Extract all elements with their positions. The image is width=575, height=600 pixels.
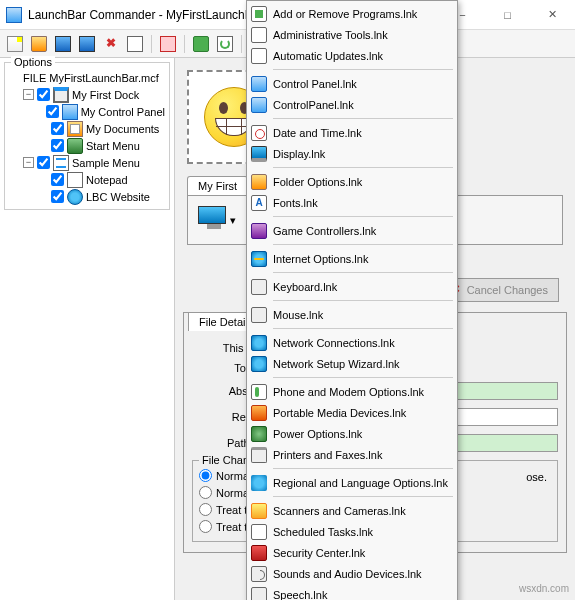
sched-icon (251, 524, 267, 540)
panel-icon (62, 104, 78, 120)
menu-item-label: Regional and Language Options.lnk (273, 477, 448, 489)
toolbar-run-button[interactable] (190, 33, 212, 55)
menu-item-label: Scanners and Cameras.lnk (273, 505, 406, 517)
pwr-icon (251, 426, 267, 442)
cancel-label: Cancel Changes (467, 284, 548, 296)
menu-item[interactable]: Regional and Language Options.lnk (249, 472, 455, 493)
docs-icon (67, 121, 83, 137)
tree-checkbox[interactable] (51, 173, 64, 186)
tree-root[interactable]: FILE MyFirstLaunchBar.mcf (9, 69, 165, 86)
menu-item-label: Network Connections.lnk (273, 337, 395, 349)
tree-checkbox[interactable] (51, 122, 64, 135)
close-button[interactable]: ✕ (530, 0, 575, 30)
menu-item[interactable]: Speech.lnk (249, 584, 455, 600)
menu-item[interactable]: Scanners and Cameras.lnk (249, 500, 455, 521)
tree-checkbox[interactable] (37, 156, 50, 169)
menu-item[interactable]: Control Panel.lnk (249, 73, 455, 94)
menu-item[interactable]: Mouse.lnk (249, 304, 455, 325)
open-icon (31, 36, 47, 52)
toolbar-sep (184, 35, 185, 53)
toolbar-new-button[interactable] (4, 33, 26, 55)
menu-item[interactable]: Network Connections.lnk (249, 332, 455, 353)
menu-separator (273, 496, 453, 497)
tree-checkbox[interactable] (37, 88, 50, 101)
menu-item-label: Power Options.lnk (273, 428, 362, 440)
tree-node-website[interactable]: LBC Website (9, 188, 165, 205)
toolbar-sep (241, 35, 242, 53)
monitor-dropdown[interactable] (198, 206, 230, 234)
tree-node-startmenu[interactable]: Start Menu (9, 137, 165, 154)
menu-item[interactable]: Date and Time.lnk (249, 122, 455, 143)
radio-input[interactable] (199, 469, 212, 482)
menu-item[interactable]: Power Options.lnk (249, 423, 455, 444)
toolbar-delete-button[interactable]: ✖ (100, 33, 122, 55)
menu-item[interactable]: Add or Remove Programs.lnk (249, 3, 455, 24)
menu-item[interactable]: Automatic Updates.lnk (249, 45, 455, 66)
context-menu[interactable]: Add or Remove Programs.lnkAdministrative… (246, 0, 458, 600)
menu-item[interactable]: Administrative Tools.lnk (249, 24, 455, 45)
options-legend: Options (11, 56, 55, 68)
tree-node-dock[interactable]: − My First Dock (9, 86, 165, 103)
menu-separator (273, 300, 453, 301)
tab-myfirst[interactable]: My First (187, 176, 248, 195)
toolbar-props-button[interactable] (124, 33, 146, 55)
game-icon (251, 223, 267, 239)
menu-item[interactable]: Phone and Modem Options.lnk (249, 381, 455, 402)
menu-item-label: Speech.lnk (273, 589, 327, 601)
menu-item[interactable]: Network Setup Wizard.lnk (249, 353, 455, 374)
tree-node-notepad[interactable]: Notepad (9, 171, 165, 188)
tree-checkbox[interactable] (46, 105, 59, 118)
ie-icon (251, 251, 267, 267)
au-icon (251, 48, 267, 64)
panel-icon (251, 97, 267, 113)
tree-node-documents[interactable]: My Documents (9, 120, 165, 137)
menu-item[interactable]: Portable Media Devices.lnk (249, 402, 455, 423)
tree-label: My Documents (86, 123, 159, 135)
tree-checkbox[interactable] (51, 190, 64, 203)
toolbar-refresh-button[interactable] (214, 33, 236, 55)
prn-icon (251, 447, 267, 463)
toolbar-saveall-button[interactable] (76, 33, 98, 55)
font-icon: A (251, 195, 267, 211)
menu-item[interactable]: Scheduled Tasks.lnk (249, 521, 455, 542)
menu-item-label: Game Controllers.lnk (273, 225, 376, 237)
maximize-button[interactable]: □ (485, 0, 530, 30)
radio-input[interactable] (199, 520, 212, 533)
toolbar-open-button[interactable] (28, 33, 50, 55)
menu-item[interactable]: Printers and Faxes.lnk (249, 444, 455, 465)
menu-item[interactable]: AFonts.lnk (249, 192, 455, 213)
web-icon (67, 189, 83, 205)
tree-checkbox[interactable] (51, 139, 64, 152)
menu-item-label: Keyboard.lnk (273, 281, 337, 293)
menu-item-label: Fonts.lnk (273, 197, 318, 209)
menu-separator (273, 216, 453, 217)
start-icon (67, 138, 83, 154)
fc-note: ose. (526, 471, 547, 483)
menu-item-label: Security Center.lnk (273, 547, 365, 559)
menu-item[interactable]: Sounds and Audio Devices.lnk (249, 563, 455, 584)
ar-icon (251, 6, 267, 22)
dropdown-arrow-icon[interactable]: ▾ (230, 214, 236, 227)
toolbar-close-button[interactable] (157, 33, 179, 55)
menu-item-label: Phone and Modem Options.lnk (273, 386, 424, 398)
collapse-icon[interactable]: − (23, 89, 34, 100)
menu-item[interactable]: Security Center.lnk (249, 542, 455, 563)
menu-item[interactable]: ControlPanel.lnk (249, 94, 455, 115)
tree-view[interactable]: FILE MyFirstLaunchBar.mcf − My First Doc… (9, 69, 165, 205)
radio-input[interactable] (199, 486, 212, 499)
menu-item[interactable]: Folder Options.lnk (249, 171, 455, 192)
radio-input[interactable] (199, 503, 212, 516)
collapse-icon[interactable]: − (23, 157, 34, 168)
menu-item-label: Printers and Faxes.lnk (273, 449, 382, 461)
menu-item[interactable]: Game Controllers.lnk (249, 220, 455, 241)
menu-item-label: Network Setup Wizard.lnk (273, 358, 400, 370)
menu-item[interactable]: Keyboard.lnk (249, 276, 455, 297)
menu-item[interactable]: Internet Options.lnk (249, 248, 455, 269)
menu-item[interactable]: Display.lnk (249, 143, 455, 164)
tree-label: Start Menu (86, 140, 140, 152)
tree-node-controlpanel[interactable]: My Control Panel (9, 103, 165, 120)
toolbar-save-button[interactable] (52, 33, 74, 55)
menu-item-label: Internet Options.lnk (273, 253, 368, 265)
tree-node-samplemenu[interactable]: − Sample Menu (9, 154, 165, 171)
menu-item-label: Scheduled Tasks.lnk (273, 526, 373, 538)
